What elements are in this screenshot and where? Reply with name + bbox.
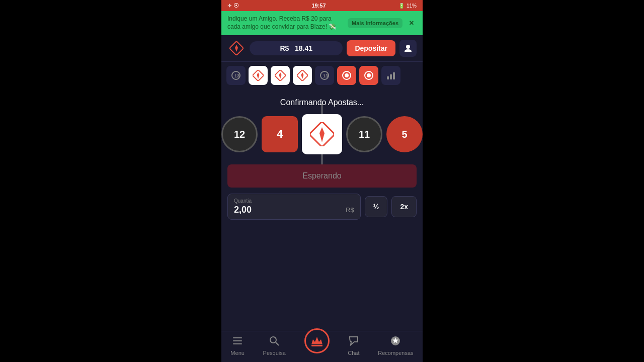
balance-amount: 18.41 bbox=[295, 44, 312, 52]
user-icon[interactable] bbox=[399, 40, 417, 57]
currency-tag: R$ bbox=[346, 206, 354, 214]
promo-close-button[interactable]: × bbox=[407, 19, 417, 28]
game-icon-1[interactable] bbox=[249, 66, 268, 85]
search-icon bbox=[269, 335, 280, 348]
half-button[interactable]: ½ bbox=[365, 196, 388, 217]
card-5-number: 5 bbox=[401, 129, 407, 140]
svg-rect-14 bbox=[390, 74, 392, 79]
game-icon-5[interactable] bbox=[337, 66, 356, 85]
status-time: 19:57 bbox=[311, 3, 326, 9]
game-icon-2[interactable] bbox=[271, 66, 290, 85]
menu-icon bbox=[232, 335, 243, 348]
battery-icon: 🔋 bbox=[398, 3, 405, 9]
bet-controls: Quantia 2,00 R$ ½ 2x bbox=[221, 194, 423, 226]
card-center bbox=[302, 114, 342, 154]
nav-chat[interactable]: Chat bbox=[348, 335, 359, 356]
bet-label: Quantia bbox=[234, 198, 354, 204]
svg-point-1 bbox=[406, 45, 410, 49]
svg-rect-13 bbox=[387, 76, 389, 79]
nav-home[interactable] bbox=[304, 328, 330, 353]
bet-input-area[interactable]: Quantia 2,00 R$ bbox=[227, 194, 361, 220]
battery-percent: 11% bbox=[407, 3, 417, 9]
bet-value-row: 2,00 R$ bbox=[234, 205, 354, 215]
svg-text:13: 13 bbox=[234, 73, 239, 78]
svg-rect-22 bbox=[311, 345, 323, 346]
game-icon-0[interactable]: 13 bbox=[226, 66, 246, 85]
game-area: Confirmando Apostas... 12 4 11 bbox=[221, 89, 423, 331]
currency-symbol: R$ bbox=[280, 44, 289, 52]
game-icon-4[interactable]: 13 bbox=[315, 66, 334, 85]
cards-row: 12 4 11 5 bbox=[221, 114, 423, 164]
card-4: 4 bbox=[262, 116, 298, 152]
card-12-number: 12 bbox=[234, 129, 245, 140]
logo-icon bbox=[227, 39, 246, 57]
app-header: R$ 18.41 Depositar bbox=[221, 35, 423, 62]
bet-amount: 2,00 bbox=[234, 205, 252, 215]
deposit-button[interactable]: Depositar bbox=[347, 40, 395, 56]
status-bar: ✈ ⦿ 19:57 🔋 11% bbox=[221, 0, 423, 11]
promo-more-button[interactable]: Mais Informações bbox=[348, 18, 403, 28]
status-left: ✈ ⦿ bbox=[227, 3, 239, 9]
menu-label: Menu bbox=[230, 350, 245, 356]
game-icon-3[interactable] bbox=[293, 66, 312, 85]
nav-menu[interactable]: Menu bbox=[230, 335, 245, 356]
card-4-number: 4 bbox=[277, 128, 283, 141]
nav-search[interactable]: Pesquisa bbox=[263, 335, 286, 356]
svg-point-12 bbox=[367, 73, 371, 77]
rewards-label: Recompensas bbox=[378, 350, 413, 356]
card-12: 12 bbox=[221, 116, 258, 152]
double-button[interactable]: 2x bbox=[391, 196, 417, 217]
balance-display: R$ 18.41 bbox=[250, 41, 343, 55]
svg-point-20 bbox=[270, 337, 276, 343]
status-right: 🔋 11% bbox=[398, 3, 417, 9]
game-icon-6[interactable] bbox=[359, 66, 378, 85]
waiting-button: Esperando bbox=[227, 164, 417, 188]
phone-container: ✈ ⦿ 19:57 🔋 11% Indique um Amigo. Receba… bbox=[221, 0, 423, 362]
games-row: 13 13 bbox=[221, 62, 423, 89]
chat-icon bbox=[348, 335, 359, 348]
nav-rewards[interactable]: Recompensas bbox=[378, 335, 413, 356]
rewards-icon bbox=[390, 335, 401, 348]
card-11: 11 bbox=[346, 116, 382, 152]
chat-label: Chat bbox=[348, 350, 359, 356]
wifi-icon: ✈ ⦿ bbox=[227, 3, 239, 9]
game-icon-chart[interactable] bbox=[381, 66, 400, 85]
promo-text: Indique um Amigo. Receba R$ 20 para cada… bbox=[227, 15, 344, 31]
card-11-number: 11 bbox=[359, 129, 370, 140]
crown-icon bbox=[304, 328, 330, 353]
svg-text:13: 13 bbox=[323, 73, 328, 78]
svg-rect-19 bbox=[233, 343, 242, 344]
svg-rect-18 bbox=[233, 340, 242, 341]
svg-rect-17 bbox=[233, 337, 242, 338]
svg-line-21 bbox=[276, 342, 279, 345]
bottom-nav: Menu Pesquisa bbox=[221, 331, 423, 362]
promo-banner: Indique um Amigo. Receba R$ 20 para cada… bbox=[221, 11, 423, 35]
search-label: Pesquisa bbox=[263, 350, 286, 356]
svg-rect-15 bbox=[393, 72, 395, 79]
card-5: 5 bbox=[386, 116, 423, 152]
svg-point-10 bbox=[345, 73, 349, 77]
